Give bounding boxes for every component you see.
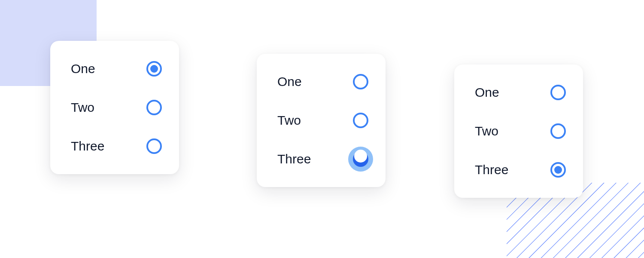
radio-row[interactable]: Two <box>475 122 566 140</box>
radio-row[interactable]: Three <box>71 137 162 155</box>
radio-button-icon[interactable] <box>353 113 368 128</box>
radio-card-2: One Two Three <box>257 54 386 187</box>
radio-label: One <box>475 85 499 100</box>
radio-label: Three <box>71 139 104 154</box>
radio-row[interactable]: One <box>71 60 162 78</box>
radio-button-icon[interactable] <box>353 74 368 89</box>
radio-button-icon[interactable] <box>146 138 162 154</box>
radio-label: Three <box>475 163 508 177</box>
radio-row[interactable]: Two <box>277 111 368 129</box>
radio-card-3: One Two Three <box>454 64 583 198</box>
radio-button-icon[interactable] <box>146 61 162 77</box>
radio-button-icon[interactable] <box>550 123 566 139</box>
radio-label: Two <box>475 124 498 138</box>
radio-label: Two <box>71 100 94 115</box>
radio-row[interactable]: One <box>277 73 368 91</box>
radio-row[interactable]: Three <box>277 150 368 168</box>
radio-label: One <box>71 61 95 76</box>
radio-button-icon[interactable] <box>550 162 566 178</box>
radio-label: Two <box>277 113 301 128</box>
radio-label: Three <box>277 152 311 166</box>
radio-button-icon[interactable] <box>550 85 566 100</box>
radio-card-1: One Two Three <box>50 41 179 174</box>
radio-button-icon[interactable] <box>353 151 368 167</box>
radio-label: One <box>277 74 302 89</box>
radio-row[interactable]: One <box>475 83 566 101</box>
radio-row[interactable]: Two <box>71 98 162 117</box>
radio-row[interactable]: Three <box>475 161 566 179</box>
radio-button-icon[interactable] <box>146 100 162 115</box>
